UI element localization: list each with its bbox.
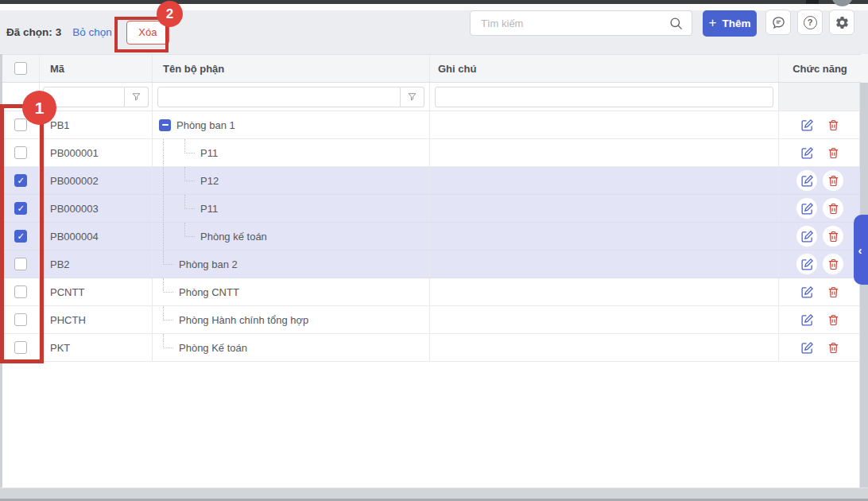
row-note <box>430 111 779 138</box>
delete-button[interactable] <box>823 254 843 274</box>
row-name-cell: Phòng Hành chính tổng hợp <box>153 306 308 333</box>
row-note <box>430 278 779 305</box>
side-panel-toggle[interactable]: ‹ <box>854 215 868 285</box>
selected-count-text: Đã chọn:3 <box>6 26 61 38</box>
table-row[interactable]: PB2 Phòng ban 2 <box>2 250 861 278</box>
row-checkbox[interactable] <box>14 313 27 326</box>
row-checkbox[interactable] <box>14 341 27 354</box>
row-name-label: Phòng kế toán <box>200 231 267 243</box>
row-note <box>430 250 779 278</box>
departments-table: Mã Tên bộ phận Ghi chú Chức năng <box>2 54 861 362</box>
column-header-actions: Chức năng <box>779 55 861 82</box>
row-name-cell: P12 <box>153 167 219 194</box>
selected-label: Đã chọn: <box>6 26 52 38</box>
delete-selected-button[interactable]: Xóa <box>126 21 169 45</box>
table-header-row: Mã Tên bộ phận Ghi chú Chức năng <box>2 54 861 83</box>
tree-elbow-icon <box>163 334 173 348</box>
row-name-label: Phòng Kế toán <box>179 342 247 354</box>
row-name-label: Phòng ban 1 <box>176 119 235 131</box>
edit-button[interactable] <box>796 198 817 219</box>
table-row[interactable]: PB000002 P12 <box>2 167 861 195</box>
delete-button[interactable] <box>823 337 843 358</box>
help-button[interactable]: ? <box>797 10 823 35</box>
filter-input-name[interactable] <box>157 87 401 107</box>
window-left-edge <box>0 54 2 501</box>
row-checkbox[interactable] <box>14 230 27 243</box>
filter-input-code[interactable] <box>43 87 125 107</box>
column-header-name[interactable]: Tên bộ phận <box>153 55 430 82</box>
row-checkbox[interactable] <box>14 202 27 215</box>
deselect-link[interactable]: Bỏ chọn <box>72 26 112 38</box>
row-note <box>430 167 779 194</box>
table-row[interactable]: PB000004 Phòng kế toán <box>2 223 861 250</box>
browser-top-edge <box>0 0 868 4</box>
table-row[interactable]: PKT Phòng Kế toán <box>2 334 861 362</box>
tree-elbow-icon <box>163 306 173 320</box>
search-icon[interactable] <box>668 16 684 31</box>
table-row[interactable]: PHCTH Phòng Hành chính tổng hợp <box>2 306 861 334</box>
delete-button[interactable] <box>823 142 843 163</box>
table-row[interactable]: PCNTT Phòng CNTT <box>2 278 861 306</box>
edit-button[interactable] <box>796 337 817 358</box>
delete-button[interactable] <box>823 198 843 219</box>
edit-button[interactable] <box>796 115 817 135</box>
app-window: Đã chọn:3 Bỏ chọn Xóa + Thêm ? <box>0 0 868 501</box>
tree-elbow-icon <box>184 139 195 153</box>
column-header-code[interactable]: Mã <box>40 55 153 82</box>
delete-button[interactable] <box>823 226 843 247</box>
horizontal-scrollbar[interactable] <box>0 487 868 499</box>
row-code: PB000002 <box>40 167 153 194</box>
edit-button[interactable] <box>796 170 817 191</box>
row-name-cell: Phòng ban 1 <box>153 111 235 138</box>
row-code: PB1 <box>40 111 153 138</box>
column-header-note[interactable]: Ghi chú <box>430 55 779 82</box>
top-strip <box>0 4 868 10</box>
row-name-cell: Phòng Kế toán <box>153 334 247 361</box>
tree-line <box>163 139 164 166</box>
tree-line <box>163 223 164 250</box>
search-input[interactable] <box>471 17 668 29</box>
vertical-scrollbar[interactable] <box>859 83 868 488</box>
edit-button[interactable] <box>796 142 817 163</box>
row-name-cell: P11 <box>153 139 218 166</box>
edit-button[interactable] <box>796 282 817 302</box>
row-name-label: Phòng ban 2 <box>179 258 238 270</box>
question-mark-icon: ? <box>804 16 817 29</box>
tree-elbow-icon <box>184 195 195 209</box>
tree-elbow-icon <box>163 250 173 265</box>
add-button[interactable]: + Thêm <box>703 10 757 37</box>
filter-input-note[interactable] <box>435 87 773 107</box>
delete-button[interactable] <box>823 282 843 302</box>
row-checkbox[interactable] <box>14 174 27 187</box>
edit-button[interactable] <box>796 226 817 247</box>
row-checkbox[interactable] <box>14 118 27 131</box>
row-checkbox[interactable] <box>14 285 27 298</box>
row-checkbox[interactable] <box>14 258 27 270</box>
row-name-label: P11 <box>200 203 218 215</box>
row-code: PCNTT <box>40 278 153 305</box>
tree-line <box>163 167 164 194</box>
row-checkbox[interactable] <box>14 146 27 159</box>
select-all-checkbox[interactable] <box>14 62 27 75</box>
settings-button[interactable] <box>829 10 854 35</box>
edit-button[interactable] <box>796 309 817 330</box>
delete-button[interactable] <box>823 115 843 135</box>
row-code: PB2 <box>40 250 153 278</box>
table-row[interactable]: PB000001 P11 <box>2 139 861 167</box>
table-row[interactable]: PB000003 P11 <box>2 195 861 223</box>
gear-icon <box>835 15 850 30</box>
filter-row <box>2 83 861 111</box>
feedback-button[interactable] <box>765 10 791 35</box>
delete-button[interactable] <box>823 309 843 330</box>
table-row[interactable]: PB1 Phòng ban 1 <box>2 111 861 139</box>
row-note <box>430 223 779 250</box>
collapse-icon[interactable] <box>159 119 171 131</box>
search-box <box>470 10 692 36</box>
row-code: PHCTH <box>40 306 153 333</box>
edit-button[interactable] <box>796 254 817 274</box>
delete-button[interactable] <box>823 170 843 191</box>
filter-funnel-button-name[interactable] <box>401 87 424 107</box>
chevron-left-icon: ‹ <box>858 243 862 257</box>
row-note <box>430 139 779 166</box>
filter-funnel-button-code[interactable] <box>125 87 149 107</box>
